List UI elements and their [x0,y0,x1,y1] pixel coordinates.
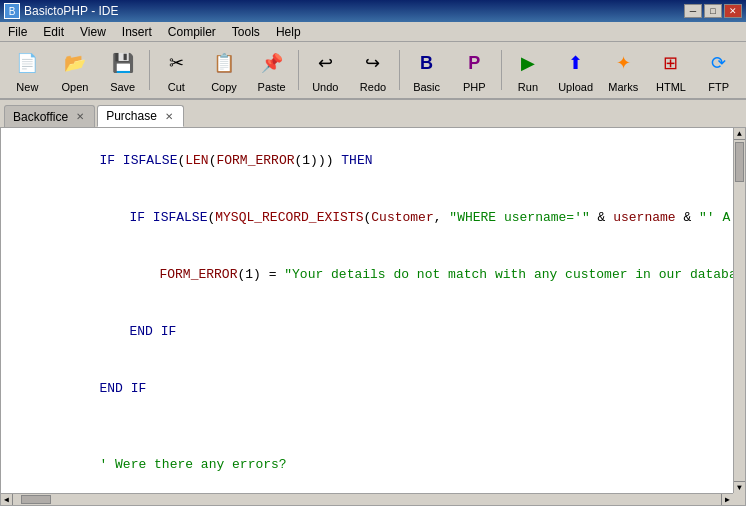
ftp-icon [703,47,735,79]
copy-button[interactable]: Copy [201,44,248,96]
marks-button[interactable]: Marks [600,44,647,96]
vertical-scrollbar[interactable]: ▲ ▼ [733,128,745,493]
tab-bar: Backoffice ✕ Purchase ✕ [0,100,746,128]
cut-label: Cut [168,81,185,93]
menu-insert[interactable]: Insert [114,23,160,41]
paste-icon [256,47,288,79]
scroll-up-button[interactable]: ▲ [734,128,745,140]
php-button[interactable]: PHP [451,44,498,96]
scroll-right-button[interactable]: ▶ [721,494,733,505]
code-line-2: IF ISFALSE(MYSQL_RECORD_EXISTS(Customer,… [7,189,727,246]
maximize-button[interactable]: □ [704,4,722,18]
upload-button[interactable]: Upload [552,44,599,96]
ftp-label: FTP [708,81,729,93]
code-content: IF ISFALSE(LEN(FORM_ERROR(1))) THEN IF I… [1,128,733,505]
title-bar-controls: ─ □ ✕ [684,4,742,18]
title-bar-text: BasictoPHP - IDE [24,4,684,18]
undo-icon [309,47,341,79]
scroll-down-button[interactable]: ▼ [734,481,745,493]
basic-button[interactable]: Basic [403,44,450,96]
scroll-left-button[interactable]: ◀ [1,494,13,505]
copy-label: Copy [211,81,237,93]
html-button[interactable]: HTML [648,44,695,96]
code-line-5: END IF [7,360,727,417]
marks-label: Marks [608,81,638,93]
undo-button[interactable]: Undo [302,44,349,96]
php-label: PHP [463,81,486,93]
redo-button[interactable]: Redo [350,44,397,96]
app-icon: B [4,3,20,19]
open-label: Open [62,81,89,93]
title-bar: B BasictoPHP - IDE ─ □ ✕ [0,0,746,22]
open-button[interactable]: Open [52,44,99,96]
separator-4 [501,50,502,90]
save-button[interactable]: Save [99,44,146,96]
redo-icon [357,47,389,79]
tab-backoffice-label: Backoffice [13,110,68,124]
separator-1 [149,50,150,90]
new-label: New [16,81,38,93]
run-button[interactable]: Run [505,44,552,96]
menu-help[interactable]: Help [268,23,309,41]
menu-compiler[interactable]: Compiler [160,23,224,41]
cut-button[interactable]: Cut [153,44,200,96]
horizontal-scrollbar[interactable]: ◀ ▶ [1,493,733,505]
tab-purchase-close[interactable]: ✕ [163,110,175,122]
basic-label: Basic [413,81,440,93]
marks-icon [607,47,639,79]
html-icon [655,47,687,79]
new-button[interactable]: New [4,44,51,96]
undo-label: Undo [312,81,338,93]
save-icon [107,47,139,79]
open-icon [59,47,91,79]
run-icon [512,47,544,79]
code-editor[interactable]: IF ISFALSE(LEN(FORM_ERROR(1))) THEN IF I… [0,128,746,506]
menu-edit[interactable]: Edit [35,23,72,41]
php-icon [458,47,490,79]
menu-bar: File Edit View Insert Compiler Tools Hel… [0,22,746,42]
redo-label: Redo [360,81,386,93]
ftp-button[interactable]: FTP [695,44,742,96]
separator-2 [298,50,299,90]
minimize-button[interactable]: ─ [684,4,702,18]
close-button[interactable]: ✕ [724,4,742,18]
code-line-4: END IF [7,303,727,360]
copy-icon [208,47,240,79]
scrollbar-corner [733,493,745,505]
tab-purchase[interactable]: Purchase ✕ [97,105,184,127]
toolbar: New Open Save Cut Copy Paste Undo Redo B… [0,42,746,100]
upload-label: Upload [558,81,593,93]
html-label: HTML [656,81,686,93]
new-icon [11,47,43,79]
code-line-3: FORM_ERROR(1) = "Your details do not mat… [7,246,727,303]
menu-file[interactable]: File [0,23,35,41]
menu-view[interactable]: View [72,23,114,41]
scroll-thumb-h[interactable] [21,495,51,504]
tab-purchase-label: Purchase [106,109,157,123]
basic-icon [411,47,443,79]
paste-label: Paste [258,81,286,93]
paste-button[interactable]: Paste [248,44,295,96]
menu-tools[interactable]: Tools [224,23,268,41]
scroll-thumb-v[interactable] [735,142,744,182]
cut-icon [160,47,192,79]
separator-3 [399,50,400,90]
run-label: Run [518,81,538,93]
main-content: Backoffice ✕ Purchase ✕ IF ISFALSE(LEN(F… [0,100,746,506]
code-line-7: ' Were there any errors? [7,436,727,493]
code-line-1: IF ISFALSE(LEN(FORM_ERROR(1))) THEN [7,132,727,189]
code-line-6 [7,417,727,436]
save-label: Save [110,81,135,93]
upload-icon [560,47,592,79]
tab-backoffice-close[interactable]: ✕ [74,111,86,123]
tab-backoffice[interactable]: Backoffice ✕ [4,105,95,127]
